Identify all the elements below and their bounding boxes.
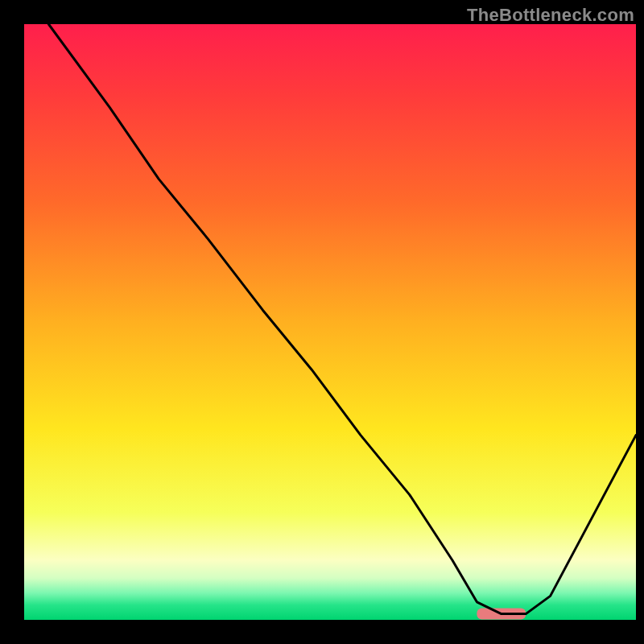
chart-frame: TheBottleneck.com xyxy=(0,0,644,644)
bottleneck-chart xyxy=(0,0,644,644)
chart-gradient-area xyxy=(24,24,636,620)
